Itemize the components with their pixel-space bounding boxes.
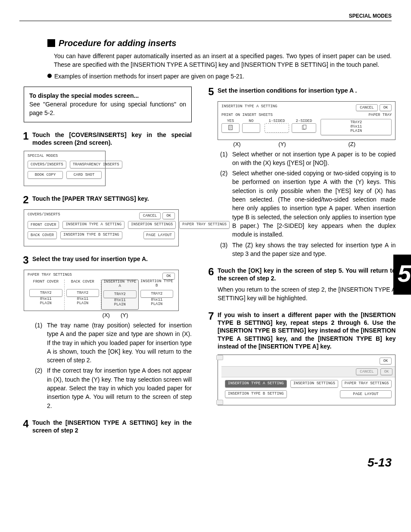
- step-3-title: Select the tray used for insertion type …: [32, 255, 148, 265]
- print-on-label: PRINT ON INSERT SHEETS: [221, 113, 273, 117]
- col-head-insertion-b: INSERTION TYPE B: [140, 280, 174, 288]
- section-title-row: Procedure for adding inserts: [47, 38, 392, 48]
- paper-type: PLAIN: [324, 129, 389, 134]
- step-number: 4: [19, 419, 32, 434]
- step-5-list: (1)Select whether or not insertion type …: [220, 150, 395, 258]
- step-3-list: (1)The tray name (tray position) selecte…: [35, 321, 192, 410]
- cancel-button[interactable]: CANCEL: [356, 104, 377, 111]
- step-1: 1 Touch the [COVERS/INSERTS] key in the …: [19, 131, 192, 146]
- list-label: (1): [220, 150, 232, 168]
- step-2: 2 Touch the [PAPER TRAY SETTINGS] key.: [19, 195, 192, 205]
- paper-size: 8½x11: [103, 298, 137, 302]
- scroll-spiral-icon: [216, 355, 221, 405]
- one-sided-button[interactable]: [265, 123, 289, 133]
- right-column: 5 Set the insertion conditions for inser…: [205, 87, 395, 434]
- page-layout-button[interactable]: PAGE LAYOUT: [143, 231, 175, 239]
- step-number: 6: [205, 267, 218, 282]
- paper-tray-settings-button[interactable]: PAPER TRAY SETTINGS: [342, 380, 392, 388]
- yes-button[interactable]: [221, 123, 240, 133]
- paper-tray-button[interactable]: TRAY2 8½x11 PLAIN: [321, 119, 392, 135]
- ok-button[interactable]: OK: [380, 358, 392, 364]
- annotation-x: (X): [103, 312, 110, 318]
- page-icon: [227, 124, 234, 131]
- paper-size: 8½x11: [29, 297, 62, 301]
- yes-label: YES: [221, 119, 240, 123]
- paper-size: 8½x11: [140, 298, 174, 302]
- paper-type: PLAIN: [140, 302, 174, 306]
- insertion-type-b-button[interactable]: INSERTION TYPE B SETTING: [225, 390, 287, 398]
- list-label: (2): [35, 366, 47, 410]
- ok-button[interactable]: OK: [380, 104, 392, 111]
- page-number: 5-13: [19, 456, 392, 470]
- back-cover-button[interactable]: BACK COVER: [28, 231, 57, 239]
- list-label: (3): [220, 241, 232, 258]
- step-number: 7: [205, 311, 218, 350]
- insertion-type-b-button[interactable]: INSERTION TYPE B SETTING: [60, 231, 122, 239]
- step-number: 1: [19, 131, 32, 146]
- step-5: 5 Set the insertion conditions for inser…: [205, 87, 395, 97]
- note-title: To display the special modes screen...: [29, 91, 186, 100]
- ok-button[interactable]: OK: [162, 212, 175, 219]
- tray-button[interactable]: TRAY2: [103, 290, 137, 298]
- one-sided-label: 1-SIDED: [265, 119, 289, 123]
- col-head-insertion-a: INSERTION TYPE A: [103, 280, 137, 289]
- step-4: 4 Touch the [INSERTION TYPE A SETTING] k…: [19, 419, 192, 434]
- col-head-front-cover: FRONT COVER: [29, 280, 62, 284]
- list-label: (1): [35, 321, 47, 364]
- note-box: To display the special modes screen... S…: [24, 87, 192, 122]
- step-5-li1: Select whether or not insertion type A p…: [232, 150, 395, 168]
- ui-title: PAPER TRAY SETTINGS: [28, 273, 72, 277]
- step-4-title: Touch the [INSERTION TYPE A SETTING] key…: [32, 419, 192, 434]
- two-sided-button[interactable]: [292, 123, 316, 133]
- insertion-type-a-button[interactable]: INSERTION TYPE A SETTING: [62, 221, 125, 229]
- step-7-title: If you wish to insert a different paper …: [218, 311, 395, 350]
- svg-rect-5: [303, 125, 306, 129]
- chapter-tab: 5: [393, 255, 411, 295]
- step-number: 2: [19, 195, 32, 205]
- ui-insertion-type-a-screen: INSERTION TYPE A SETTING CANCEL OK PRINT…: [218, 101, 395, 140]
- card-shot-button[interactable]: CARD SHOT: [66, 171, 102, 179]
- ok-button[interactable]: OK: [162, 273, 175, 280]
- step-3-li1: The tray name (tray position) selected f…: [47, 321, 192, 364]
- bullet-dot-icon: [47, 74, 52, 78]
- tray-button[interactable]: TRAY2: [29, 289, 62, 297]
- step-number: 3: [19, 255, 32, 265]
- page-layout-button[interactable]: PAGE LAYOUT: [340, 390, 392, 398]
- step-6-title: Touch the [OK] key in the screen of step…: [218, 267, 395, 282]
- step-1-title: Touch the [COVERS/INSERTS] key in the sp…: [32, 131, 192, 146]
- intro-paragraph-2: Examples of insertion methods for insert…: [54, 72, 244, 81]
- transparency-inserts-button[interactable]: TRANSPARENCY INSERTS: [70, 161, 122, 168]
- insertion-settings-button[interactable]: INSERTION SETTINGS: [290, 380, 338, 388]
- paper-type: PLAIN: [66, 301, 100, 305]
- paper-type: PLAIN: [29, 301, 62, 305]
- ui-covers-inserts-screen: COVERS/INSERTS CANCEL OK FRONT COVER INS…: [24, 209, 179, 246]
- ok-button[interactable]: OK: [380, 368, 393, 375]
- step-6: 6 Touch the [OK] key in the screen of st…: [205, 267, 395, 282]
- note-body: See "General procedure for using special…: [29, 100, 186, 118]
- front-cover-button[interactable]: FRONT COVER: [28, 221, 59, 229]
- step-3: 3 Select the tray used for insertion typ…: [19, 255, 192, 265]
- intro-bullet-row: Examples of insertion methods for insert…: [47, 72, 392, 81]
- ui-paper-tray-settings-screen: PAPER TRAY SETTINGS OK FRONT COVER TRAY2…: [24, 270, 179, 311]
- cancel-button[interactable]: CANCEL: [139, 212, 161, 219]
- insertion-settings-button[interactable]: INSERTION SETTINGS: [128, 221, 176, 229]
- ui-title: COVERS/INSERTS: [28, 212, 60, 217]
- paper-size: 8½x11: [66, 297, 100, 301]
- ui-covers-inserts-screen-2: OK CANCEL OK INSERTION TYPE A SETTING IN…: [218, 355, 395, 405]
- annotation-z: (Z): [308, 141, 395, 147]
- step-7: 7 If you wish to insert a different pape…: [205, 311, 395, 350]
- ui-special-modes-screen: SPECIAL MODES COVERS/INSERTS TRANSPARENC…: [24, 151, 106, 186]
- annotation-y: (Y): [256, 141, 308, 147]
- paper-type: PLAIN: [103, 302, 137, 307]
- cancel-button[interactable]: CANCEL: [356, 368, 377, 375]
- left-column: To display the special modes screen... S…: [19, 87, 192, 434]
- tray-button[interactable]: TRAY2: [140, 290, 174, 298]
- insertion-type-a-button-active[interactable]: INSERTION TYPE A SETTING: [225, 380, 287, 388]
- tray-button[interactable]: TRAY2: [66, 289, 100, 297]
- ui-title: SPECIAL MODES: [28, 154, 102, 158]
- step-5-title: Set the insertion conditions for inserti…: [218, 87, 357, 97]
- book-copy-button[interactable]: BOOK COPY: [28, 171, 63, 179]
- two-sided-label: 2-SIDED: [292, 119, 316, 123]
- covers-inserts-button[interactable]: COVERS/INSERTS: [28, 161, 66, 168]
- no-button[interactable]: [242, 123, 260, 133]
